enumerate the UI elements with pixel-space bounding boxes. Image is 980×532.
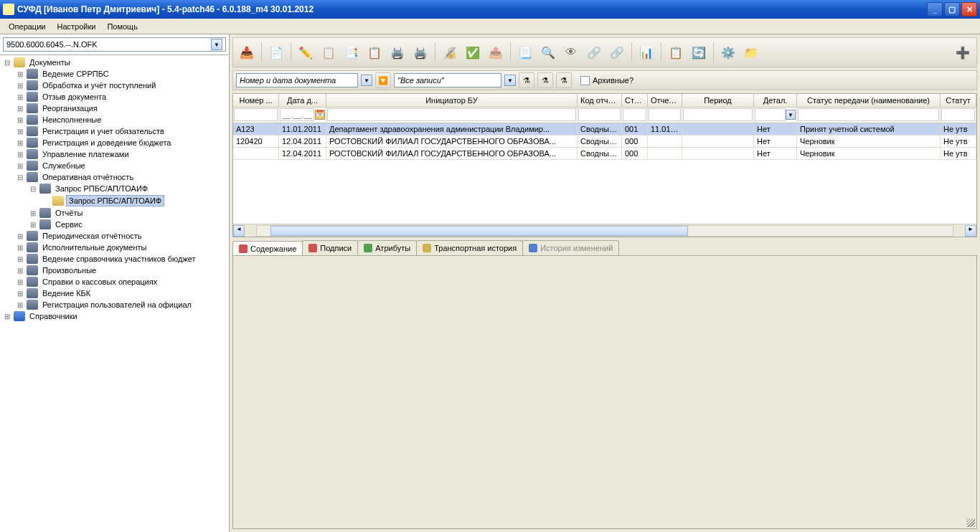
toolbar-view2-button[interactable]: 📋 [665,42,687,63]
col-detail[interactable]: Детал. [754,94,797,107]
col-code[interactable]: Код отчёт... [578,94,622,107]
dropdown-icon[interactable]: ▼ [361,75,372,86]
tree-item-operative[interactable]: ⊟Оперативная отчётность [1,171,227,183]
tree-item[interactable]: ⊞Реорганизация [1,103,227,114]
calendar-icon[interactable]: 📅 [315,110,325,120]
menu-settings[interactable]: Настройки [51,21,101,32]
tree-item[interactable]: ⊞Справки о кассовых операциях [1,276,227,288]
tree-root-reference[interactable]: ⊞Справочники [1,310,227,322]
col-otch[interactable]: Отчетн... [648,94,682,107]
filter-funnel-button[interactable]: ⚗ [519,72,534,88]
col-status[interactable]: Статус передачи (наименование) [797,94,941,107]
toolbar-sign-button[interactable]: 🔏 [439,42,461,63]
menu-help[interactable]: Помощь [101,21,143,32]
dropdown-icon[interactable]: ▼ [211,39,222,50]
toolbar-add-button[interactable]: ➕ [952,42,974,63]
archive-checkbox[interactable] [580,76,590,85]
toolbar-import-button[interactable]: 📥 [236,42,258,63]
filter-date-input[interactable] [280,108,314,121]
tab-content[interactable]: Содержание [232,241,303,256]
toolbar-folder-button[interactable]: 📁 [740,42,762,63]
scroll-left-button[interactable]: ◄ [233,225,245,237]
tree-item[interactable]: ⊞Ведение справочника участников бюджет [1,253,227,265]
filter-det-input[interactable] [755,108,786,121]
toolbar-refresh-button[interactable]: 🔄 [688,42,710,63]
tree-item[interactable]: ⊞Регистрация пользователей на официал [1,299,227,310]
tree-item[interactable]: ⊞Ведение КБК [1,288,227,299]
toolbar-verify-button[interactable]: ✅ [462,42,484,63]
detail-tabs: Содержание Подписи Атрибуты Транспортная… [232,240,977,529]
tree-item-request-selected[interactable]: Запрос РПБС/АП/ТОАИФ [1,194,227,207]
toolbar-export-button[interactable]: 📊 [636,42,657,63]
filter-code-input[interactable] [578,108,621,121]
tree-item[interactable]: ⊞Неисполненные [1,114,227,125]
toolbar-send-button[interactable]: 📤 [485,42,507,63]
maximize-button[interactable]: ▢ [944,2,960,16]
resize-grip[interactable] [966,518,975,527]
scroll-thumb[interactable] [270,226,688,236]
filter-type-selector[interactable]: Номер и дата документа [236,73,358,87]
filter-otch-input[interactable] [649,108,681,121]
toolbar-print2-button[interactable]: 🖨️ [410,42,431,63]
org-selector[interactable]: 9500.6000.6045.--.N.OFK ▼ [3,37,226,52]
filter-clear-button[interactable]: ⚗ [556,72,572,88]
close-button[interactable]: ✕ [961,2,977,16]
filter-init-input[interactable] [327,108,576,121]
toolbar-paste-button[interactable]: 📋 [364,42,385,63]
minimize-button[interactable]: _ [927,2,943,16]
filter-sta-input[interactable] [623,108,646,121]
filter-statut-input[interactable] [941,108,975,121]
col-initiator[interactable]: Инициатор БУ [326,94,578,107]
tree-item[interactable]: ⊞Периодическая отчётность [1,230,227,242]
tree-item-request[interactable]: ⊟Запрос РПБС/АП/ТОАИФ [1,183,227,194]
toolbar-copy-button[interactable]: 📋 [318,42,339,63]
col-number[interactable]: Номер ... [233,94,279,107]
toolbar-copy2-button[interactable]: 📑 [341,42,362,63]
col-period[interactable]: Период [682,94,754,107]
tree-item[interactable]: ⊞Произвольные [1,265,227,276]
horizontal-scrollbar[interactable]: ◄ ► [233,224,976,237]
filter-num-input[interactable] [234,108,278,121]
toolbar-new-button[interactable]: 📄 [265,42,287,63]
toolbar-link2-button[interactable]: 🔗 [606,42,628,63]
app-icon [3,4,14,15]
col-statut[interactable]: Статут [941,94,976,107]
filter-stat-input[interactable] [798,108,939,121]
tree-item[interactable]: ⊞Регистрация и доведение бюджета [1,137,227,148]
col-date[interactable]: Дата д... [279,94,326,107]
toolbar-search-button[interactable]: 🔍 [537,42,559,63]
tree-item[interactable]: ⊞Отчёты [1,207,227,219]
table-row[interactable]: 120420 12.04.2011 РОСТОВСКИЙ ФИЛИАЛ ГОСУ… [233,136,976,148]
tree-item[interactable]: ⊞Отзыв документа [1,91,227,103]
table-row[interactable]: 12.04.2011 РОСТОВСКИЙ ФИЛИАЛ ГОСУДАРСТВЕ… [233,148,976,160]
dropdown-icon[interactable]: ▼ [504,75,516,86]
tree-item[interactable]: ⊞Ведение СРРПБС [1,68,227,80]
tab-transport[interactable]: Транспортная история [416,240,523,255]
scroll-right-button[interactable]: ► [965,225,976,237]
menu-operations[interactable]: Операции [3,21,51,32]
toolbar-settings-button[interactable]: ⚙️ [717,42,739,63]
tab-attributes[interactable]: Атрибуты [357,240,417,255]
filter-records-selector[interactable]: "Все записи" [394,73,501,87]
dropdown-icon[interactable]: ▼ [786,110,796,120]
tree-item[interactable]: ⊞Регистрация и учет обязательств [1,125,227,137]
filter-funnel2-button[interactable]: ⚗ [537,72,553,88]
toolbar-edit-button[interactable]: ✏️ [295,42,316,63]
col-sta[interactable]: Ста... [622,94,648,107]
tree-item[interactable]: ⊞Исполнительные документы [1,242,227,253]
table-row[interactable]: А123 11.01.2011 Департамент здравоохране… [233,123,976,136]
tree-item[interactable]: ⊞Сервис [1,219,227,230]
filter-apply-button[interactable]: 🔽 [375,72,391,88]
filter-per-input[interactable] [683,108,753,121]
toolbar-doc-button[interactable]: 📃 [514,42,536,63]
tree-root-documents[interactable]: ⊟Документы [1,57,227,68]
toolbar-view-button[interactable]: 👁 [560,42,582,63]
tab-history[interactable]: История изменений [522,240,619,255]
tree-item[interactable]: ⊞Обработка и учёт поступлений [1,80,227,91]
toolbar-print-button[interactable]: 🖨️ [387,42,408,63]
folder-icon [27,265,38,275]
tab-signatures[interactable]: Подписи [302,240,358,255]
tree-item[interactable]: ⊞Служебные [1,160,227,171]
tree-item[interactable]: ⊞Управление платежами [1,148,227,160]
toolbar-link-button[interactable]: 🔗 [583,42,605,63]
